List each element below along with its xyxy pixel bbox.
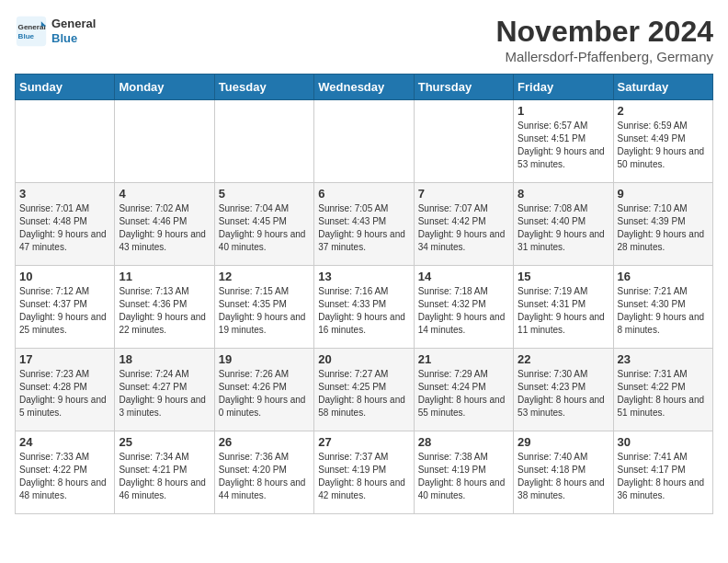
week-row-2: 10Sunrise: 7:12 AM Sunset: 4:37 PM Dayli…: [16, 266, 713, 349]
day-info: Sunrise: 7:41 AM Sunset: 4:17 PM Dayligh…: [618, 451, 709, 502]
calendar-cell: 28Sunrise: 7:38 AM Sunset: 4:19 PM Dayli…: [414, 431, 513, 514]
week-row-0: 1Sunrise: 6:57 AM Sunset: 4:51 PM Daylig…: [16, 100, 713, 183]
calendar-cell: [214, 100, 313, 183]
calendar-cell: 13Sunrise: 7:16 AM Sunset: 4:33 PM Dayli…: [314, 266, 414, 349]
calendar-cell: 12Sunrise: 7:15 AM Sunset: 4:35 PM Dayli…: [214, 266, 313, 349]
day-number: 20: [318, 352, 409, 366]
calendar-cell: 18Sunrise: 7:24 AM Sunset: 4:27 PM Dayli…: [115, 349, 214, 431]
day-info: Sunrise: 7:23 AM Sunset: 4:28 PM Dayligh…: [19, 368, 110, 419]
calendar-cell: [314, 100, 414, 183]
day-number: 25: [119, 435, 210, 449]
day-number: 12: [219, 270, 310, 283]
calendar-cell: 16Sunrise: 7:21 AM Sunset: 4:30 PM Dayli…: [613, 266, 712, 349]
calendar-cell: 21Sunrise: 7:29 AM Sunset: 4:24 PM Dayli…: [414, 349, 513, 431]
day-info: Sunrise: 7:40 AM Sunset: 4:18 PM Dayligh…: [518, 451, 609, 502]
day-number: 16: [618, 270, 709, 283]
weekday-header-monday: Monday: [115, 75, 214, 100]
day-info: Sunrise: 7:33 AM Sunset: 4:22 PM Dayligh…: [19, 451, 110, 502]
day-number: 4: [119, 187, 210, 201]
day-info: Sunrise: 7:29 AM Sunset: 4:24 PM Dayligh…: [418, 368, 509, 419]
calendar-cell: 20Sunrise: 7:27 AM Sunset: 4:25 PM Dayli…: [314, 349, 414, 431]
calendar-cell: 1Sunrise: 6:57 AM Sunset: 4:51 PM Daylig…: [514, 100, 613, 183]
weekday-header-friday: Friday: [514, 75, 613, 100]
day-number: 17: [19, 352, 110, 366]
day-info: Sunrise: 7:10 AM Sunset: 4:39 PM Dayligh…: [618, 202, 709, 254]
day-number: 1: [518, 104, 609, 118]
day-info: Sunrise: 7:36 AM Sunset: 4:20 PM Dayligh…: [219, 451, 310, 502]
day-number: 28: [418, 435, 509, 449]
day-info: Sunrise: 7:34 AM Sunset: 4:21 PM Dayligh…: [119, 451, 210, 502]
day-info: Sunrise: 7:31 AM Sunset: 4:22 PM Dayligh…: [618, 368, 709, 419]
day-info: Sunrise: 7:18 AM Sunset: 4:32 PM Dayligh…: [418, 285, 509, 337]
calendar-cell: 27Sunrise: 7:37 AM Sunset: 4:19 PM Dayli…: [314, 431, 414, 514]
logo-general: General: [51, 17, 96, 31]
calendar-cell: 30Sunrise: 7:41 AM Sunset: 4:17 PM Dayli…: [613, 431, 712, 514]
day-info: Sunrise: 7:19 AM Sunset: 4:31 PM Dayligh…: [518, 285, 609, 337]
calendar-cell: 3Sunrise: 7:01 AM Sunset: 4:48 PM Daylig…: [16, 183, 115, 266]
calendar-cell: 22Sunrise: 7:30 AM Sunset: 4:23 PM Dayli…: [514, 349, 613, 431]
day-info: Sunrise: 7:07 AM Sunset: 4:42 PM Dayligh…: [418, 202, 509, 254]
day-number: 13: [318, 270, 409, 283]
day-number: 3: [19, 187, 110, 201]
day-info: Sunrise: 7:24 AM Sunset: 4:27 PM Dayligh…: [119, 368, 210, 419]
logo-icon: General Blue: [15, 15, 48, 48]
day-number: 30: [618, 435, 709, 449]
calendar-cell: 7Sunrise: 7:07 AM Sunset: 4:42 PM Daylig…: [414, 183, 513, 266]
calendar-cell: [414, 100, 513, 183]
calendar-cell: 15Sunrise: 7:19 AM Sunset: 4:31 PM Dayli…: [514, 266, 613, 349]
weekday-header-wednesday: Wednesday: [314, 75, 414, 100]
day-number: 22: [518, 352, 609, 366]
day-info: Sunrise: 6:57 AM Sunset: 4:51 PM Dayligh…: [518, 120, 609, 171]
day-number: 18: [119, 352, 210, 366]
day-number: 5: [219, 187, 310, 201]
day-number: 10: [19, 270, 110, 283]
title-area: November 2024 Mallersdorf-Pfaffenberg, G…: [495, 15, 713, 64]
day-info: Sunrise: 7:12 AM Sunset: 4:37 PM Dayligh…: [19, 285, 110, 337]
calendar-cell: 4Sunrise: 7:02 AM Sunset: 4:46 PM Daylig…: [115, 183, 214, 266]
day-number: 21: [418, 352, 509, 366]
day-number: 6: [318, 187, 409, 201]
week-row-1: 3Sunrise: 7:01 AM Sunset: 4:48 PM Daylig…: [16, 183, 713, 266]
calendar-cell: 29Sunrise: 7:40 AM Sunset: 4:18 PM Dayli…: [514, 431, 613, 514]
calendar-cell: [16, 100, 115, 183]
day-number: 19: [219, 352, 310, 366]
calendar-cell: 9Sunrise: 7:10 AM Sunset: 4:39 PM Daylig…: [613, 183, 712, 266]
day-number: 14: [418, 270, 509, 283]
day-number: 24: [19, 435, 110, 449]
day-info: Sunrise: 7:21 AM Sunset: 4:30 PM Dayligh…: [618, 285, 709, 337]
day-number: 27: [318, 435, 409, 449]
day-number: 26: [219, 435, 310, 449]
day-info: Sunrise: 7:05 AM Sunset: 4:43 PM Dayligh…: [318, 202, 409, 254]
calendar-cell: 23Sunrise: 7:31 AM Sunset: 4:22 PM Dayli…: [613, 349, 712, 431]
day-info: Sunrise: 7:13 AM Sunset: 4:36 PM Dayligh…: [119, 285, 210, 337]
day-number: 9: [618, 187, 709, 201]
calendar-cell: 17Sunrise: 7:23 AM Sunset: 4:28 PM Dayli…: [16, 349, 115, 431]
calendar-cell: 25Sunrise: 7:34 AM Sunset: 4:21 PM Dayli…: [115, 431, 214, 514]
logo: General Blue General Blue: [15, 15, 96, 48]
calendar-cell: 14Sunrise: 7:18 AM Sunset: 4:32 PM Dayli…: [414, 266, 513, 349]
day-info: Sunrise: 6:59 AM Sunset: 4:49 PM Dayligh…: [618, 120, 709, 171]
day-number: 29: [518, 435, 609, 449]
day-info: Sunrise: 7:15 AM Sunset: 4:35 PM Dayligh…: [219, 285, 310, 337]
calendar-cell: 2Sunrise: 6:59 AM Sunset: 4:49 PM Daylig…: [613, 100, 712, 183]
calendar-cell: 10Sunrise: 7:12 AM Sunset: 4:37 PM Dayli…: [16, 266, 115, 349]
calendar-subtitle: Mallersdorf-Pfaffenberg, Germany: [495, 49, 713, 64]
day-info: Sunrise: 7:01 AM Sunset: 4:48 PM Dayligh…: [19, 202, 110, 254]
day-info: Sunrise: 7:02 AM Sunset: 4:46 PM Dayligh…: [119, 202, 210, 254]
day-number: 2: [618, 104, 709, 118]
day-info: Sunrise: 7:38 AM Sunset: 4:19 PM Dayligh…: [418, 451, 509, 502]
day-number: 15: [518, 270, 609, 283]
calendar-title: November 2024: [495, 15, 713, 49]
weekday-header-tuesday: Tuesday: [214, 75, 313, 100]
weekday-header-sunday: Sunday: [16, 75, 115, 100]
calendar-cell: [115, 100, 214, 183]
calendar-cell: 6Sunrise: 7:05 AM Sunset: 4:43 PM Daylig…: [314, 183, 414, 266]
day-info: Sunrise: 7:08 AM Sunset: 4:40 PM Dayligh…: [518, 202, 609, 254]
calendar-cell: 19Sunrise: 7:26 AM Sunset: 4:26 PM Dayli…: [214, 349, 313, 431]
calendar-cell: 8Sunrise: 7:08 AM Sunset: 4:40 PM Daylig…: [514, 183, 613, 266]
calendar-cell: 11Sunrise: 7:13 AM Sunset: 4:36 PM Dayli…: [115, 266, 214, 349]
calendar-table: SundayMondayTuesdayWednesdayThursdayFrid…: [15, 74, 713, 514]
weekday-header-saturday: Saturday: [613, 75, 712, 100]
day-info: Sunrise: 7:37 AM Sunset: 4:19 PM Dayligh…: [318, 451, 409, 502]
week-row-4: 24Sunrise: 7:33 AM Sunset: 4:22 PM Dayli…: [16, 431, 713, 514]
